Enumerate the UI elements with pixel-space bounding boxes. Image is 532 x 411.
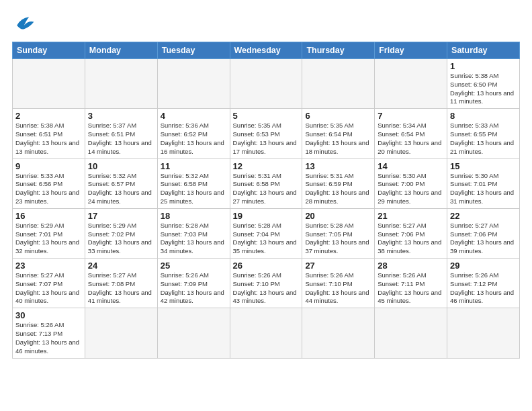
day-number: 21 [378,211,444,221]
day-number: 12 [233,161,300,171]
weekday-header-sunday: Sunday [13,42,85,59]
calendar-cell: 1Sunrise: 5:38 AMSunset: 6:50 PMDaylight… [447,59,520,109]
calendar-cell: 29Sunrise: 5:26 AMSunset: 7:12 PMDayligh… [447,259,520,308]
day-info: Sunrise: 5:36 AMSunset: 6:52 PMDaylight:… [161,122,227,156]
calendar-cell [230,59,302,109]
calendar-cell: 16Sunrise: 5:29 AMSunset: 7:01 PMDayligh… [13,208,85,258]
weekday-header-wednesday: Wednesday [230,42,302,59]
day-info: Sunrise: 5:33 AMSunset: 6:55 PMDaylight:… [450,122,517,156]
logo [12,12,40,36]
day-number: 24 [88,261,154,271]
day-info: Sunrise: 5:31 AMSunset: 6:58 PMDaylight:… [233,172,300,206]
calendar-cell [157,59,230,109]
weekday-header-tuesday: Tuesday [157,42,230,59]
week-row-3: 9Sunrise: 5:33 AMSunset: 6:56 PMDaylight… [13,158,520,208]
day-info: Sunrise: 5:28 AMSunset: 7:04 PMDaylight:… [233,222,300,256]
calendar-cell [230,308,302,358]
day-info: Sunrise: 5:35 AMSunset: 6:53 PMDaylight:… [233,122,300,156]
calendar-cell: 10Sunrise: 5:32 AMSunset: 6:57 PMDayligh… [85,158,157,208]
day-info: Sunrise: 5:29 AMSunset: 7:02 PMDaylight:… [88,222,154,256]
day-info: Sunrise: 5:27 AMSunset: 7:06 PMDaylight:… [450,222,517,256]
day-info: Sunrise: 5:29 AMSunset: 7:01 PMDaylight:… [15,222,82,256]
day-info: Sunrise: 5:37 AMSunset: 6:51 PMDaylight:… [88,122,154,156]
day-number: 20 [305,211,371,221]
week-row-5: 23Sunrise: 5:27 AMSunset: 7:07 PMDayligh… [13,259,520,308]
calendar-cell: 6Sunrise: 5:35 AMSunset: 6:54 PMDaylight… [302,109,375,158]
calendar-cell: 12Sunrise: 5:31 AMSunset: 6:58 PMDayligh… [230,158,302,208]
day-info: Sunrise: 5:27 AMSunset: 7:06 PMDaylight:… [378,222,444,256]
weekday-header-monday: Monday [85,42,157,59]
calendar-cell [447,308,520,358]
calendar-cell: 18Sunrise: 5:28 AMSunset: 7:03 PMDayligh… [157,208,230,258]
header [12,12,520,36]
day-info: Sunrise: 5:30 AMSunset: 7:01 PMDaylight:… [450,172,517,206]
calendar-cell: 4Sunrise: 5:36 AMSunset: 6:52 PMDaylight… [157,109,230,158]
day-info: Sunrise: 5:32 AMSunset: 6:58 PMDaylight:… [161,172,227,206]
week-row-4: 16Sunrise: 5:29 AMSunset: 7:01 PMDayligh… [13,208,520,258]
day-number: 11 [161,161,227,171]
day-number: 30 [15,310,82,320]
weekday-header-thursday: Thursday [302,42,375,59]
day-info: Sunrise: 5:28 AMSunset: 7:05 PMDaylight:… [305,222,371,256]
day-number: 22 [450,211,517,221]
weekday-header-friday: Friday [375,42,447,59]
calendar-cell [302,59,375,109]
day-number: 18 [161,211,227,221]
day-number: 29 [450,261,517,271]
day-info: Sunrise: 5:33 AMSunset: 6:56 PMDaylight:… [15,172,82,206]
day-info: Sunrise: 5:26 AMSunset: 7:11 PMDaylight:… [378,271,444,306]
day-info: Sunrise: 5:35 AMSunset: 6:54 PMDaylight:… [305,122,371,156]
day-info: Sunrise: 5:26 AMSunset: 7:10 PMDaylight:… [233,271,300,306]
calendar-cell: 8Sunrise: 5:33 AMSunset: 6:55 PMDaylight… [447,109,520,158]
calendar-cell: 19Sunrise: 5:28 AMSunset: 7:04 PMDayligh… [230,208,302,258]
calendar-cell: 21Sunrise: 5:27 AMSunset: 7:06 PMDayligh… [375,208,447,258]
day-info: Sunrise: 5:38 AMSunset: 6:51 PMDaylight:… [15,122,82,156]
calendar-cell: 9Sunrise: 5:33 AMSunset: 6:56 PMDaylight… [13,158,85,208]
day-number: 23 [15,261,82,271]
day-info: Sunrise: 5:26 AMSunset: 7:13 PMDaylight:… [15,321,82,355]
calendar-cell: 27Sunrise: 5:26 AMSunset: 7:10 PMDayligh… [302,259,375,308]
logo-icon [12,12,36,36]
day-info: Sunrise: 5:28 AMSunset: 7:03 PMDaylight:… [161,222,227,256]
day-info: Sunrise: 5:26 AMSunset: 7:09 PMDaylight:… [161,271,227,306]
week-row-2: 2Sunrise: 5:38 AMSunset: 6:51 PMDaylight… [13,109,520,158]
day-info: Sunrise: 5:34 AMSunset: 6:54 PMDaylight:… [378,122,444,156]
day-number: 7 [378,111,444,121]
calendar-cell: 26Sunrise: 5:26 AMSunset: 7:10 PMDayligh… [230,259,302,308]
day-number: 2 [15,111,82,121]
day-number: 19 [233,211,300,221]
calendar-cell: 11Sunrise: 5:32 AMSunset: 6:58 PMDayligh… [157,158,230,208]
day-number: 13 [305,161,371,171]
calendar-cell: 5Sunrise: 5:35 AMSunset: 6:53 PMDaylight… [230,109,302,158]
weekday-header-row: SundayMondayTuesdayWednesdayThursdayFrid… [13,42,520,59]
day-number: 15 [450,161,517,171]
calendar-cell: 28Sunrise: 5:26 AMSunset: 7:11 PMDayligh… [375,259,447,308]
calendar-cell: 24Sunrise: 5:27 AMSunset: 7:08 PMDayligh… [85,259,157,308]
calendar-cell: 20Sunrise: 5:28 AMSunset: 7:05 PMDayligh… [302,208,375,258]
day-number: 25 [161,261,227,271]
calendar-cell [13,59,85,109]
calendar-cell [85,59,157,109]
calendar-cell: 17Sunrise: 5:29 AMSunset: 7:02 PMDayligh… [85,208,157,258]
day-number: 14 [378,161,444,171]
day-number: 5 [233,111,300,121]
weekday-header-saturday: Saturday [447,42,520,59]
day-info: Sunrise: 5:31 AMSunset: 6:59 PMDaylight:… [305,172,371,206]
calendar-cell: 15Sunrise: 5:30 AMSunset: 7:01 PMDayligh… [447,158,520,208]
calendar-cell [157,308,230,358]
calendar-cell: 23Sunrise: 5:27 AMSunset: 7:07 PMDayligh… [13,259,85,308]
day-number: 17 [88,211,154,221]
calendar-cell: 14Sunrise: 5:30 AMSunset: 7:00 PMDayligh… [375,158,447,208]
day-info: Sunrise: 5:27 AMSunset: 7:07 PMDaylight:… [15,271,82,306]
calendar-cell: 7Sunrise: 5:34 AMSunset: 6:54 PMDaylight… [375,109,447,158]
calendar-cell: 30Sunrise: 5:26 AMSunset: 7:13 PMDayligh… [13,308,85,358]
day-number: 8 [450,111,517,121]
day-number: 9 [15,161,82,171]
calendar-cell: 3Sunrise: 5:37 AMSunset: 6:51 PMDaylight… [85,109,157,158]
calendar-cell: 13Sunrise: 5:31 AMSunset: 6:59 PMDayligh… [302,158,375,208]
day-number: 16 [15,211,82,221]
day-info: Sunrise: 5:27 AMSunset: 7:08 PMDaylight:… [88,271,154,306]
day-number: 28 [378,261,444,271]
day-number: 26 [233,261,300,271]
calendar-cell [375,308,447,358]
